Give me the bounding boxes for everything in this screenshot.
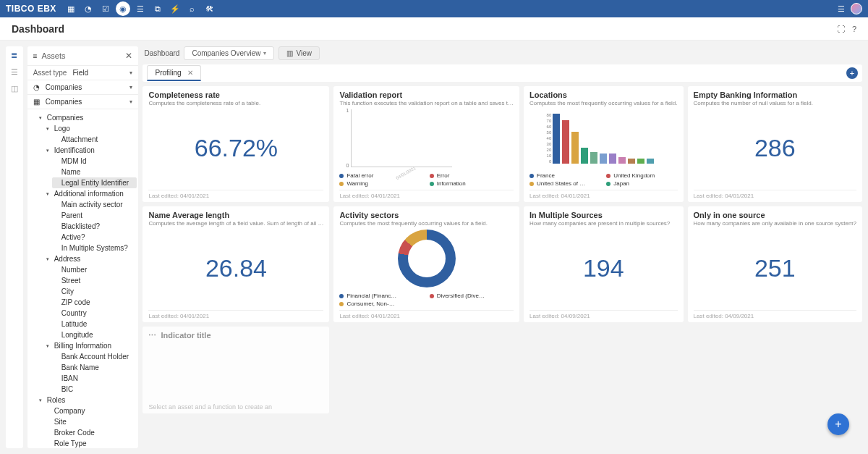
tree-node[interactable]: ▾Additional information [45, 188, 137, 199]
bar [581, 148, 588, 164]
card-title: Empty Banking Information [694, 91, 856, 99]
tab-close-icon[interactable]: ✕ [187, 69, 193, 77]
card-sectors[interactable]: Activity sectors Computes the most frequ… [333, 206, 519, 322]
tree-node[interactable]: In Multiple Systems? [52, 243, 137, 253]
tree-node[interactable]: Role Type [45, 438, 137, 448]
crumb-view[interactable]: ▥ View [278, 46, 320, 60]
legend-item: Error [430, 172, 514, 179]
tree-node[interactable]: Legal Entity Identifier [52, 177, 137, 188]
tree-node[interactable]: City [52, 286, 137, 297]
legend-item: United Kingdom [606, 172, 677, 179]
tree-node[interactable]: ▾Billing Information [45, 340, 137, 351]
tree-node[interactable]: Site [45, 416, 137, 427]
clock-icon: ◔ [33, 83, 40, 91]
card-title: In Multiple Sources [529, 211, 678, 219]
card-footer: Last edited: 04/01/2021 [339, 310, 514, 319]
card-placeholder: Select an asset and a function to create… [148, 403, 323, 411]
validation-legend: Fatal errorErrorWarningInformation [339, 169, 514, 190]
table-row-selector[interactable]: ▦ Companies ▾ [27, 95, 139, 109]
tree-node[interactable]: Active? [52, 232, 137, 243]
tree-node[interactable]: Parent [52, 210, 137, 221]
asset-type-row[interactable]: Asset type Field ▾ [27, 66, 139, 80]
tree-node[interactable]: ZIP code [52, 297, 137, 308]
tree-node[interactable]: Name [52, 167, 137, 177]
tree-node[interactable]: Bank Account Holder [52, 351, 137, 362]
card-footer: Last edited: 04/01/2021 [694, 190, 856, 199]
tab-bar: Profiling ✕ + [142, 64, 862, 82]
bar [553, 114, 560, 163]
name-avg-value: 26.84 [205, 254, 267, 282]
nav-icon-search[interactable]: ⌕ [185, 1, 200, 16]
chevron-down-icon: ▾ [129, 98, 132, 105]
card-title: Completeness rate [148, 91, 323, 99]
card-footer: Last edited: 04/01/2021 [529, 190, 678, 199]
tree-node[interactable]: Main activity sector [52, 199, 137, 210]
tree-node[interactable]: Number [52, 264, 137, 275]
title-bar: Dashboard ⛶ ? [0, 17, 868, 41]
card-subtitle: Computes the most frequently occurring v… [529, 100, 678, 106]
sectors-chart [398, 230, 456, 287]
tree-node[interactable]: Street [52, 275, 137, 286]
card-subtitle: Computes the completeness rate of a tabl… [148, 100, 323, 106]
crumb-root[interactable]: Dashboard [144, 49, 179, 57]
tree-node[interactable]: Longitude [52, 329, 137, 340]
card-footer: Last edited: 04/09/2021 [529, 310, 678, 319]
nav-icon-history[interactable]: ◔ [81, 1, 95, 16]
card-completeness[interactable]: Completeness rate Computes the completen… [142, 86, 329, 202]
crumb-context[interactable]: Companies Overview ▾ [184, 46, 274, 60]
nav-icon-data[interactable]: ▦ [64, 1, 78, 16]
card-one-src[interactable]: Only in one source How many companies ar… [688, 206, 862, 322]
validation-chart: 1 0 04/01/2021 [351, 109, 452, 167]
tab-profiling[interactable]: Profiling ✕ [147, 65, 200, 81]
card-name-avg[interactable]: Name Average length Computes the average… [142, 206, 329, 322]
card-new-indicator[interactable]: ⋯Indicator title Select an asset and a f… [142, 327, 329, 413]
card-subtitle: This function executes the validation re… [339, 100, 514, 106]
one-src-value: 251 [754, 254, 796, 282]
add-tab-button[interactable]: + [846, 67, 858, 79]
tree-node[interactable]: Company [45, 405, 137, 416]
add-indicator-fab[interactable]: + [827, 413, 849, 435]
nav-icon-modeling[interactable]: ⧉ [150, 1, 165, 16]
tree-node[interactable]: ▾Companies [38, 112, 137, 123]
card-multi-src[interactable]: In Multiple Sources How many companies a… [524, 206, 684, 322]
main-panel: Dashboard Companies Overview ▾ ▥ View Pr… [142, 46, 862, 448]
sidebar-close-icon[interactable]: ✕ [125, 51, 132, 61]
tree-node[interactable]: BIC [52, 384, 137, 395]
tree-node[interactable]: Latitude [52, 319, 137, 329]
chart-icon: ▥ [286, 49, 293, 57]
card-footer: Last edited: 04/01/2021 [148, 310, 323, 319]
tree-node[interactable]: ▾Identification [45, 145, 137, 156]
card-locations[interactable]: Locations Computes the most frequently o… [524, 86, 684, 202]
card-validation[interactable]: Validation report This function executes… [333, 86, 519, 202]
tree-node[interactable]: Attachment [52, 134, 137, 145]
tree-node[interactable]: Bank Name [52, 362, 137, 373]
nav-icon-admin[interactable]: 🛠 [203, 1, 217, 16]
tree-node[interactable]: Blacklisted? [52, 221, 137, 232]
tree-node[interactable]: ▾Address [45, 253, 137, 264]
dataset-row[interactable]: ◔ Companies ▾ [27, 80, 139, 95]
card-subtitle: Computes the number of null values for a… [694, 100, 856, 106]
bar [628, 159, 635, 164]
nav-icon-workflow[interactable]: ☰ [133, 1, 148, 16]
tree-node[interactable]: ▾Roles [38, 395, 137, 405]
rail-list-icon[interactable]: ☰ [11, 67, 18, 77]
card-title: Name Average length [148, 211, 323, 219]
nav-icon-dashboard[interactable]: ◉ [116, 1, 130, 16]
nav-icon-plugin[interactable]: ⚡ [168, 1, 182, 16]
fullscreen-icon[interactable]: ⛶ [837, 25, 845, 33]
tree-node[interactable]: Broker Code [45, 427, 137, 438]
tree-node[interactable]: ▾Logo [45, 123, 137, 134]
bar [590, 152, 597, 164]
tree-node[interactable]: Country [52, 308, 137, 319]
tree-node[interactable]: IBAN [52, 373, 137, 384]
avatar[interactable] [851, 3, 862, 14]
card-empty-banking[interactable]: Empty Banking Information Computes the n… [688, 86, 862, 202]
completeness-value: 66.72% [195, 134, 278, 162]
rail-chart-icon[interactable]: ◫ [11, 84, 18, 93]
legend-item: Japan [606, 180, 677, 187]
nav-icon-tasks[interactable]: ☑ [98, 1, 113, 16]
tree-node[interactable]: MDM Id [52, 156, 137, 167]
help-icon[interactable]: ? [852, 25, 856, 33]
rail-assets-icon[interactable]: ≣ [11, 51, 17, 60]
bookmark-icon[interactable]: ☰ [838, 4, 845, 14]
